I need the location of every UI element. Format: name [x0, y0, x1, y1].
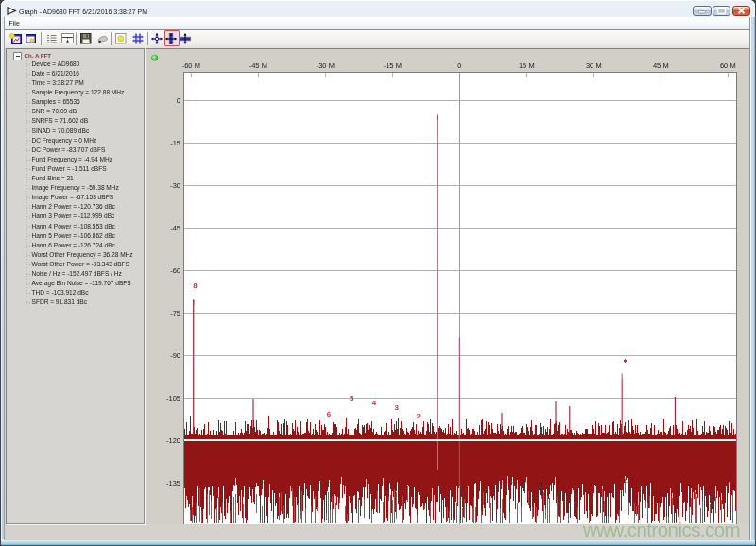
svg-text:6: 6: [327, 410, 332, 418]
svg-text:4: 4: [372, 399, 377, 407]
svg-text:-135: -135: [166, 479, 180, 487]
svg-text:-15 M: -15 M: [384, 61, 402, 70]
svg-text:30 M: 30 M: [586, 61, 602, 70]
svg-text:-105: -105: [166, 394, 180, 402]
svg-text:-15: -15: [170, 139, 180, 147]
svg-text:0: 0: [177, 96, 180, 105]
svg-text:-120: -120: [166, 436, 180, 445]
svg-text:0: 0: [457, 61, 461, 70]
svg-text:15 M: 15 M: [519, 61, 535, 70]
svg-text:-60 M: -60 M: [182, 61, 200, 70]
svg-text:-75: -75: [170, 309, 180, 317]
svg-text:60 M: 60 M: [720, 61, 736, 70]
svg-text:-90: -90: [170, 351, 180, 360]
svg-text:8: 8: [193, 282, 198, 290]
svg-text:-30 M: -30 M: [317, 61, 335, 70]
svg-text:5: 5: [350, 394, 354, 402]
svg-text:-30: -30: [170, 181, 180, 190]
svg-text:-45: -45: [170, 224, 180, 232]
svg-text:-60: -60: [170, 266, 180, 275]
svg-text:3: 3: [394, 403, 399, 412]
svg-text:2: 2: [417, 412, 421, 420]
svg-text:-45 M: -45 M: [249, 61, 267, 70]
svg-text:45 M: 45 M: [653, 61, 669, 70]
